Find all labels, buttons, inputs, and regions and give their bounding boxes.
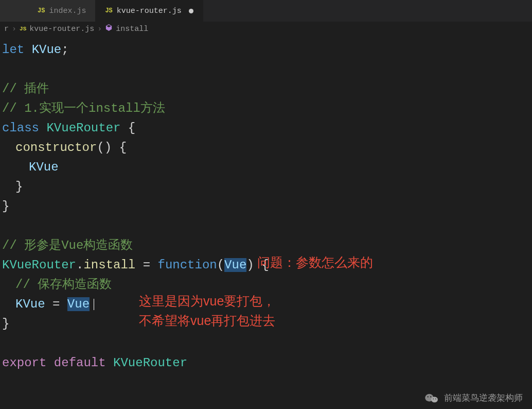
method-icon	[105, 24, 113, 34]
code-editor[interactable]: let KVue; // 插件 // 1.实现一个install方法 class…	[0, 36, 532, 377]
keyword: let	[2, 43, 24, 57]
js-icon: JS	[105, 7, 112, 14]
punct: {	[120, 121, 135, 135]
tab-label: index.js	[49, 7, 86, 15]
identifier: KVue	[29, 160, 59, 174]
svg-point-5	[435, 398, 436, 399]
tab-kvue-router-js[interactable]: JS kvue-router.js	[96, 0, 203, 22]
breadcrumb[interactable]: r › JS kvue-router.js › install	[0, 22, 532, 36]
punct: =	[135, 258, 157, 272]
punct: .	[76, 258, 83, 272]
keyword: function	[157, 258, 217, 272]
class-name: KVueRouter	[113, 356, 187, 370]
brace: }	[2, 317, 9, 331]
chevron-right-icon: ›	[12, 25, 16, 33]
punct: )	[246, 258, 254, 272]
parameter: Vue	[224, 258, 246, 272]
identifier: KVue	[15, 297, 45, 311]
js-icon: JS	[38, 7, 45, 14]
identifier: Vue	[67, 297, 90, 311]
svg-point-4	[433, 398, 434, 399]
keyword: class	[2, 121, 39, 135]
class-name: KVueRouter	[2, 258, 76, 272]
annotation-text: 这里是因为vue要打包， 不希望将vue再打包进去	[139, 291, 275, 330]
constructor: constructor	[15, 141, 97, 155]
svg-point-2	[427, 396, 428, 397]
identifier: KVue	[32, 43, 62, 57]
chevron-right-icon: ›	[97, 25, 102, 33]
punct: =	[45, 297, 67, 311]
brace: }	[15, 180, 23, 194]
svg-point-3	[430, 396, 431, 397]
method: install	[83, 258, 135, 272]
breadcrumb-file: kvue-router.js	[29, 25, 94, 33]
annotation-text: 问题：参数怎么来的	[257, 252, 373, 272]
wechat-icon	[424, 393, 439, 404]
keyword: export	[2, 356, 46, 370]
breadcrumb-part: r	[4, 25, 9, 33]
keyword: default	[46, 356, 113, 370]
brace: }	[2, 199, 9, 213]
js-icon: JS	[20, 26, 26, 32]
editor-tabs: JS index.js JS kvue-router.js	[0, 0, 532, 22]
text-cursor-icon	[94, 299, 94, 310]
modified-indicator-icon	[189, 9, 193, 13]
punct: () {	[97, 141, 127, 155]
punct: ;	[61, 43, 68, 57]
comment: // 插件	[2, 82, 49, 96]
watermark: 前端菜鸟逆袭架构师	[424, 392, 523, 404]
punct: (	[217, 258, 224, 272]
watermark-text: 前端菜鸟逆袭架构师	[444, 392, 523, 404]
comment: // 保存构造函数	[15, 278, 112, 292]
class-name: KVueRouter	[46, 121, 120, 135]
comment: // 形参是Vue构造函数	[2, 238, 133, 252]
tab-label: kvue-router.js	[117, 7, 182, 15]
tab-index-js[interactable]: JS index.js	[28, 0, 96, 22]
comment: // 1.实现一个install方法	[2, 101, 165, 115]
breadcrumb-symbol: install	[116, 25, 148, 33]
svg-point-1	[431, 397, 438, 402]
